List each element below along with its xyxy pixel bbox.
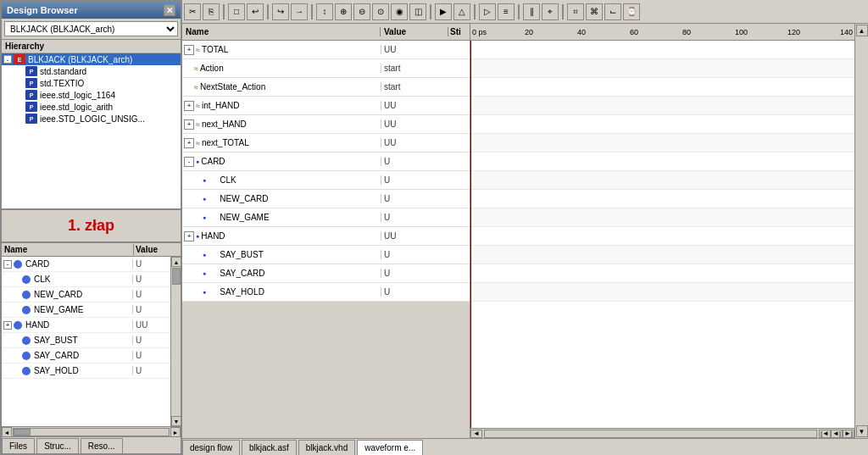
toolbar-btn-19[interactable]: ⌘ [586,3,603,20]
toolbar-btn-20[interactable]: ⌙ [604,3,621,20]
signal-names-col: Name Value Sti +≈TOTALUU≈Actionstart≈Nex… [182,24,470,438]
wf-scroll-right3[interactable]: ►| [843,430,854,438]
wf-sig-type-icon: ≈ [194,83,198,92]
right-tab-waveform-e---[interactable]: waveform e... [357,440,423,455]
wf-sig-type-icon: ● [203,270,206,276]
toolbar-btn-21[interactable]: ⌚ [623,3,640,20]
signal-value: U [132,290,170,299]
signal-row-hand[interactable]: +HANDUU [2,318,170,333]
toolbar-btn-5[interactable]: → [291,3,308,20]
col-name-hdr: Name [182,27,381,36]
signal-list-body: -CARDUCLKUNEW_CARDUNEW_GAMEU+HANDUUSAY_B… [2,257,170,426]
wf-sig-row-nextstate_action[interactable]: ≈NextState_Actionstart [182,78,470,97]
toolbar-btn-14[interactable]: ▷ [479,3,496,20]
pkg-icon: P [25,66,37,76]
scroll-down-btn[interactable]: ▼ [171,416,181,426]
signal-type-icon [22,306,31,314]
signal-value: UU [132,320,170,330]
wf-sig-row-next_hand[interactable]: +≈next_HANDUU [182,115,470,134]
design-browser-title: Design Browser [7,5,78,15]
toolbar-btn-16[interactable]: ∥ [523,3,540,20]
wf-sig-row-hand[interactable]: +●HANDUU [182,227,470,246]
wf-expand-icon[interactable]: + [184,45,194,55]
wf-sig-name: SAY_BUST [208,250,381,259]
signal-row-say_card[interactable]: SAY_CARDU [2,348,170,363]
tree-item-ieee.std_logic_1164[interactable]: Pieee.std_logic_1164 [2,89,181,101]
tree-item-std.textio[interactable]: Pstd.TEXTIO [2,77,181,89]
tree-item-std.standard[interactable]: Pstd.standard [2,65,181,77]
right-tab-design-flow[interactable]: design flow [182,440,240,455]
scroll-thumb[interactable] [172,268,181,285]
wf-sig-row-next_total[interactable]: +≈next_TOTALUU [182,134,470,153]
toolbar-btn-17[interactable]: ⌖ [542,3,559,20]
toolbar-btn-4[interactable]: ↪ [272,3,289,20]
signal-row-card[interactable]: -CARDU [2,257,170,272]
left-tab-reso---[interactable]: Reso... [81,438,123,453]
signal-name: SAY_HOLD [32,366,132,375]
wf-sig-row-new_card[interactable]: ●NEW_CARDU [182,190,470,208]
right-tab-blkjack-vhd[interactable]: blkjack.vhd [298,440,355,455]
h-scroll-thumb[interactable] [14,429,31,436]
wf-sig-value: U [381,157,448,166]
tree-item-ieee.std_logic_unsig[interactable]: Pieee.STD_LOGIC_UNSIG... [2,113,181,125]
wf-sig-name: CARD [201,157,381,166]
expand-icon[interactable]: - [3,55,12,64]
sig-expand-icon[interactable]: - [3,260,12,269]
toolbar-btn-3[interactable]: ↩ [247,3,264,20]
toolbar-btn-8[interactable]: ⊖ [353,3,370,20]
sig-expand-icon[interactable]: + [3,321,12,330]
time-label-3: 60 [630,28,638,36]
close-button[interactable]: ✕ [164,4,175,16]
toolbar-btn-1[interactable]: ⎘ [203,3,220,20]
design-dropdown[interactable]: BLKJACK (BLKJACK_arch) [4,21,178,36]
scroll-up-btn[interactable]: ▲ [171,257,181,267]
toolbar-btn-6[interactable]: ↕ [316,3,333,20]
wf-expand-icon[interactable]: + [184,231,194,241]
wf-scroll-right2[interactable]: ◄| [831,430,843,438]
wf-sig-row-card[interactable]: -●CARDU [182,153,470,171]
wf-scroll-left[interactable]: ◄ [470,430,482,438]
wf-sig-row-say_bust[interactable]: ●SAY_BUSTU [182,246,470,264]
toolbar-btn-7[interactable]: ⊕ [335,3,352,20]
wf-sig-row-new_game[interactable]: ●NEW_GAMEU [182,208,470,227]
signal-scrollbar[interactable]: ▲ ▼ [170,257,181,426]
wf-canvas-row-7 [470,171,854,190]
left-tab-files[interactable]: Files [2,438,35,453]
toolbar-btn-2[interactable]: □ [228,3,245,20]
toolbar-btn-18[interactable]: ⌗ [567,3,584,20]
signal-row-new_game[interactable]: NEW_GAMEU [2,302,170,318]
wf-scroll-down-btn[interactable]: ▼ [856,425,868,437]
toolbar-btn-12[interactable]: ▶ [435,3,452,20]
toolbar-btn-13[interactable]: △ [453,3,470,20]
wf-sig-name: SAY_HOLD [208,287,381,297]
toolbar-btn-0[interactable]: ✂ [184,3,201,20]
wf-sig-value: start [381,82,448,92]
wf-expand-icon[interactable]: + [184,138,194,148]
wf-scroll-right1[interactable]: |◄ [819,430,831,438]
wf-scroll-up-btn[interactable]: ▲ [856,25,868,36]
wf-expand-icon[interactable]: + [184,119,194,130]
wf-sig-row-action[interactable]: ≈Actionstart [182,59,470,78]
signal-value: U [132,351,170,360]
wf-expand-icon[interactable]: + [184,101,194,111]
tree-item-ieee.std_logic_arith[interactable]: Pieee.std_logic_arith [2,101,181,113]
toolbar-btn-10[interactable]: ◉ [391,3,408,20]
wf-sig-row-int_hand[interactable]: +≈int_HANDUU [182,97,470,115]
wf-sig-type-icon: ● [203,196,206,202]
right-tab-blkjack-asf[interactable]: blkjack.asf [242,440,297,455]
wf-sig-row-say_card[interactable]: ●SAY_CARDU [182,264,470,283]
wf-sig-row-say_hold[interactable]: ●SAY_HOLDU [182,283,470,302]
wf-expand-icon[interactable]: - [184,157,194,167]
toolbar-btn-11[interactable]: ◫ [409,3,426,20]
signal-row-new_card[interactable]: NEW_CARDU [2,287,170,302]
signal-row-say_hold[interactable]: SAY_HOLDU [2,363,170,379]
signal-row-say_bust[interactable]: SAY_BUSTU [2,333,170,348]
toolbar-btn-15[interactable]: ≡ [498,3,515,20]
toolbar-btn-9[interactable]: ⊙ [372,3,389,20]
left-tab-struc---[interactable]: Struc... [36,438,79,453]
signal-row-clk[interactable]: CLKU [2,272,170,287]
tree-item-blkjack[interactable]: -EBLKJACK (BLKJACK_arch) [2,53,181,65]
wf-sig-row-total[interactable]: +≈TOTALUU [182,41,470,59]
wf-sig-row-clk[interactable]: ●CLKU [182,171,470,190]
tree-item-label: ieee.std_logic_arith [40,103,113,112]
